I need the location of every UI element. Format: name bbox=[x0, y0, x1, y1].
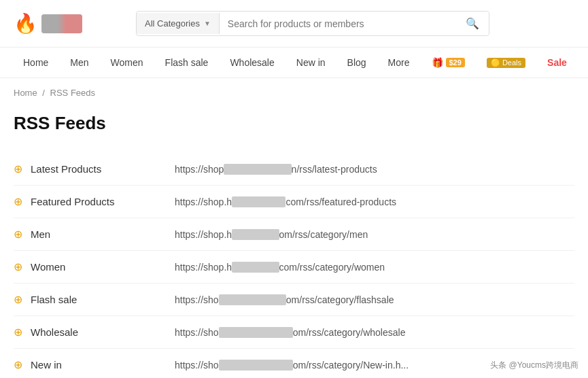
header: 🔥 All Categories ▼ 🔍 bbox=[0, 0, 588, 48]
breadcrumb-home-link[interactable]: Home bbox=[14, 88, 37, 98]
nav-item-flash-sale[interactable]: Flash sale bbox=[156, 48, 218, 78]
rss-url[interactable]: https://shop██████████n/rss/latest-produ… bbox=[175, 164, 377, 175]
rss-url[interactable]: https://sho███████████om/rss/category/wh… bbox=[175, 327, 405, 338]
nav-item-women[interactable]: Women bbox=[101, 48, 153, 78]
chevron-down-icon: ▼ bbox=[204, 20, 211, 27]
rss-icon: ⊕ bbox=[14, 228, 22, 241]
nav-item-gift[interactable]: 🎁 $29 bbox=[422, 48, 474, 78]
nav-item-wholesale[interactable]: Wholesale bbox=[220, 48, 283, 78]
rss-label: Wholesale bbox=[31, 326, 167, 338]
rss-item-wholesale: ⊕ Wholesale https://sho███████████om/rss… bbox=[14, 316, 574, 349]
logo-flame-icon: 🔥 bbox=[14, 12, 37, 35]
rss-icon: ⊕ bbox=[14, 260, 22, 273]
rss-icon: ⊕ bbox=[14, 162, 22, 175]
deals-badge: 🟡 Deals bbox=[487, 58, 525, 68]
breadcrumb-current: RSS Feeds bbox=[50, 88, 95, 98]
nav-item-blog[interactable]: Blog bbox=[338, 48, 376, 78]
watermark: 头条 @Youcms跨境电商 bbox=[486, 358, 583, 373]
rss-icon: ⊕ bbox=[14, 326, 22, 339]
rss-item-women: ⊕ Women https://shop.h███████com/rss/cat… bbox=[14, 251, 574, 284]
rss-url[interactable]: https://shop.h███████com/rss/category/wo… bbox=[175, 262, 385, 273]
blurred-url: ██████████ bbox=[224, 164, 291, 175]
search-input[interactable] bbox=[220, 13, 456, 35]
category-dropdown[interactable]: All Categories ▼ bbox=[137, 13, 220, 34]
logo: 🔥 bbox=[14, 8, 109, 39]
logo-area: 🔥 bbox=[14, 8, 122, 39]
search-area: All Categories ▼ 🔍 bbox=[136, 11, 489, 36]
rss-label: Featured Products bbox=[31, 196, 167, 207]
rss-url[interactable]: https://shop.h███████om/rss/category/men bbox=[175, 229, 368, 240]
search-button[interactable]: 🔍 bbox=[456, 12, 489, 35]
main-nav: Home Men Women Flash sale Wholesale New … bbox=[0, 48, 588, 78]
rss-item-men: ⊕ Men https://shop.h███████om/rss/catego… bbox=[14, 218, 574, 251]
rss-label: New in bbox=[31, 359, 167, 371]
nav-item-more[interactable]: More bbox=[379, 48, 419, 78]
nav-item-men[interactable]: Men bbox=[60, 48, 98, 78]
logo-bar bbox=[41, 14, 82, 33]
rss-icon: ⊕ bbox=[14, 293, 22, 306]
rss-item-latest-products: ⊕ Latest Products https://shop██████████… bbox=[14, 153, 574, 186]
rss-label: Flash sale bbox=[31, 294, 167, 305]
blurred-url: ███████ bbox=[232, 262, 279, 273]
nav-item-new-in[interactable]: New in bbox=[287, 48, 335, 78]
rss-item-flash-sale: ⊕ Flash sale https://sho██████████om/rss… bbox=[14, 284, 574, 316]
nav-item-sale[interactable]: Sale bbox=[538, 48, 576, 78]
rss-feed-list: ⊕ Latest Products https://shop██████████… bbox=[14, 153, 574, 378]
breadcrumb-separator: / bbox=[42, 88, 45, 98]
rss-url[interactable]: https://shop.h████████com/rss/featured-p… bbox=[175, 196, 396, 207]
page-title: RSS Feeds bbox=[14, 113, 574, 134]
nav-item-deals[interactable]: 🟡 Deals bbox=[477, 48, 535, 78]
blurred-url: ███████████ bbox=[219, 360, 293, 371]
category-label: All Categories bbox=[145, 18, 200, 29]
rss-icon: ⊕ bbox=[14, 358, 22, 371]
blurred-url: ███████████ bbox=[219, 327, 293, 338]
blurred-url: ████████ bbox=[232, 196, 286, 207]
main-content: RSS Feeds ⊕ Latest Products https://shop… bbox=[0, 102, 588, 378]
rss-url[interactable]: https://sho██████████om/rss/category/fla… bbox=[175, 294, 394, 305]
nav-item-home[interactable]: Home bbox=[14, 48, 58, 78]
rss-url[interactable]: https://sho███████████om/rss/category/Ne… bbox=[175, 360, 409, 371]
blurred-url: ███████ bbox=[232, 229, 279, 240]
gift-badge: $29 bbox=[446, 58, 465, 67]
rss-label: Women bbox=[31, 261, 167, 273]
rss-item-featured-products: ⊕ Featured Products https://shop.h██████… bbox=[14, 186, 574, 218]
rss-label: Men bbox=[31, 228, 167, 240]
rss-icon: ⊕ bbox=[14, 195, 22, 208]
rss-label: Latest Products bbox=[31, 163, 167, 175]
gift-icon: 🎁 bbox=[432, 57, 443, 68]
blurred-url: ██████████ bbox=[219, 294, 286, 305]
breadcrumb: Home / RSS Feeds bbox=[0, 78, 588, 102]
